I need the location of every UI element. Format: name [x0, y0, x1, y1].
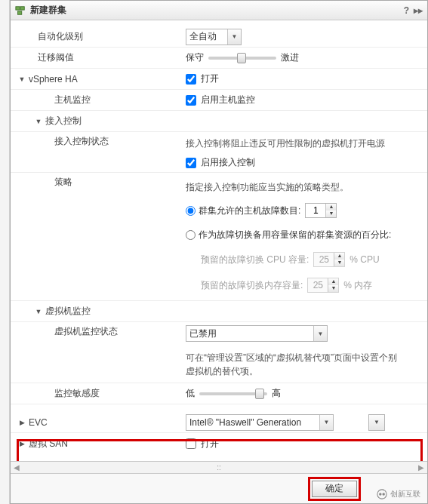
automation-select[interactable]: 全自动 ▼ [186, 29, 242, 45]
svg-rect-0 [16, 6, 20, 9]
mem-spinner: ▲▼ [307, 278, 339, 293]
migration-slider[interactable] [208, 57, 276, 60]
expander-admission[interactable]: ▼ [35, 118, 42, 125]
svg-rect-2 [18, 11, 22, 14]
admission-desc: 接入控制将阻止违反可用性限制的虚拟机打开电源 [186, 135, 385, 152]
admission-header: 接入控制 [45, 115, 82, 128]
vmmon-header: 虚拟机监控 [45, 305, 91, 318]
spinner-down-icon[interactable]: ▼ [325, 211, 336, 217]
cpu-unit: % CPU [349, 254, 379, 265]
help-icon[interactable]: ? [404, 5, 409, 16]
highlight-ok: 确定 [308, 477, 361, 501]
sens-label: 监控敏感度 [54, 387, 100, 400]
chevron-down-icon: ▼ [313, 326, 327, 341]
vmmon-select[interactable]: 已禁用 ▼ [186, 325, 328, 342]
evc-label: EVC [29, 417, 48, 428]
expander-evc[interactable]: ▶ [18, 419, 26, 426]
vmmon-desc: 可在“管理设置”区域的“虚拟机替代项”页面中设置个别虚拟机的替代项。 [186, 349, 397, 380]
vsan-checkbox[interactable] [186, 438, 196, 449]
sens-high: 高 [272, 387, 281, 400]
cpu-reserve-label: 预留的故障切换 CPU 容量: [201, 254, 309, 266]
sens-slider[interactable] [199, 392, 267, 395]
policy-label: 策略 [54, 176, 72, 189]
migration-label: 迁移阈值 [38, 51, 74, 64]
policy-opt1-spinner[interactable]: ▲▼ [305, 203, 337, 218]
policy-opt1-label: 群集允许的主机故障数目: [199, 204, 300, 217]
policy-opt1-radio[interactable] [186, 206, 196, 216]
vmmon-status-label: 虚拟机监控状态 [54, 325, 118, 338]
ha-checkbox-label: 打开 [201, 72, 219, 85]
hostmon-checkbox-label: 启用主机监控 [201, 94, 255, 106]
admission-enable-label: 启用接入控制 [201, 156, 255, 169]
hostmon-label: 主机监控 [54, 94, 91, 106]
dialog-title-bar: 新建群集 ? ▸▸ [11, 1, 427, 20]
chevron-down-icon: ▼ [319, 415, 333, 430]
collapse-icon[interactable]: ▸▸ [414, 5, 423, 16]
expander-vsan[interactable]: ▶ [18, 440, 26, 447]
evc-select[interactable]: Intel® "Haswell" Generation ▼ [186, 414, 334, 431]
admission-enable-checkbox[interactable] [186, 158, 196, 168]
ha-checkbox[interactable] [186, 74, 196, 85]
svg-rect-1 [20, 6, 24, 9]
policy-desc: 指定接入控制功能应当实施的策略类型。 [186, 179, 349, 195]
policy-opt2-label: 作为故障切换备用容量保留的群集资源的百分比: [199, 229, 391, 241]
migration-left: 保守 [186, 51, 204, 64]
policy-opt2-radio[interactable] [186, 230, 196, 240]
content-area: 自动化级别 全自动 ▼ 迁移阈值 保守 激进 ▼ [11, 20, 427, 461]
vsan-checkbox-label: 打开 [201, 438, 219, 450]
dialog-title: 新建群集 [30, 4, 66, 17]
ok-button[interactable]: 确定 [312, 481, 357, 497]
chevron-down-icon: ▼ [227, 29, 241, 45]
cpu-spinner: ▲▼ [313, 252, 345, 267]
evc-secondary-dropdown[interactable]: ▼ [368, 414, 385, 431]
mem-unit: % 内存 [343, 279, 372, 292]
cluster-icon [15, 5, 26, 16]
spinner-up-icon[interactable]: ▲ [325, 204, 336, 211]
ha-label: vSphere HA [29, 74, 78, 85]
expander-ha[interactable]: ▼ [18, 75, 26, 83]
horizontal-scrollbar[interactable]: ◀ :: ▶ [11, 461, 427, 473]
expander-vmmon[interactable]: ▼ [35, 308, 42, 315]
migration-right: 激进 [281, 51, 299, 64]
admission-status-label: 接入控制状态 [54, 135, 109, 148]
sens-low: 低 [186, 387, 195, 400]
mem-reserve-label: 预留的故障切换内存容量: [201, 279, 303, 292]
automation-label: 自动化级别 [38, 30, 83, 43]
vsan-label: 虚拟 SAN [29, 438, 68, 450]
hostmon-checkbox[interactable] [186, 95, 196, 106]
